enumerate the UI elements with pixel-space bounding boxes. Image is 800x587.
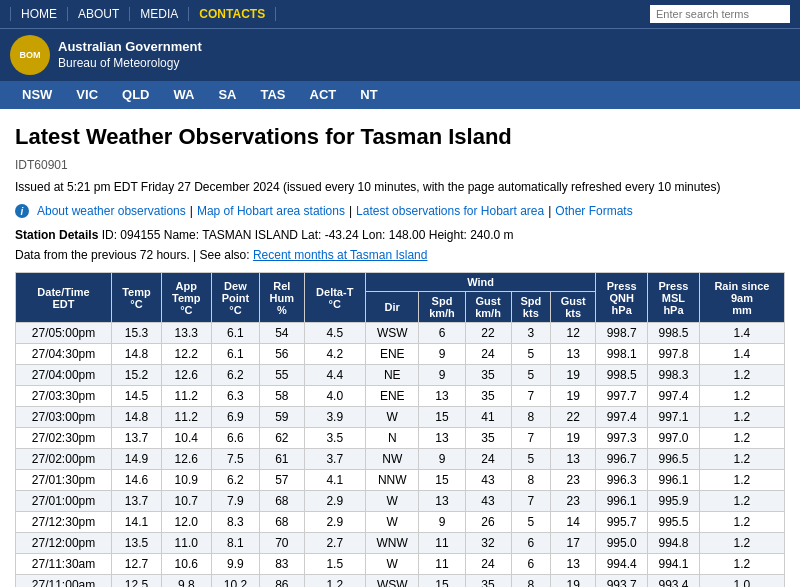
table-cell: 998.5 bbox=[648, 323, 700, 344]
table-cell: 10.7 bbox=[161, 491, 211, 512]
table-cell: 995.7 bbox=[596, 512, 648, 533]
table-cell: 4.0 bbox=[304, 386, 365, 407]
table-cell: 7.9 bbox=[211, 491, 259, 512]
top-nav-links: HOME ABOUT MEDIA CONTACTS bbox=[10, 7, 276, 21]
table-cell: 35 bbox=[465, 365, 511, 386]
table-row: 27/04:30pm14.812.26.1564.2ENE924513998.1… bbox=[16, 344, 785, 365]
table-cell: 10.6 bbox=[161, 554, 211, 575]
state-tas[interactable]: TAS bbox=[248, 81, 297, 109]
table-cell: 11.2 bbox=[161, 407, 211, 428]
table-cell: 68 bbox=[260, 512, 304, 533]
table-cell: 2.9 bbox=[304, 491, 365, 512]
link-latest-hobart[interactable]: Latest observations for Hobart area bbox=[356, 204, 544, 218]
table-cell: 995.5 bbox=[648, 512, 700, 533]
table-cell: 15 bbox=[419, 407, 465, 428]
state-act[interactable]: ACT bbox=[298, 81, 349, 109]
table-cell: 8.3 bbox=[211, 512, 259, 533]
state-wa[interactable]: WA bbox=[161, 81, 206, 109]
table-cell: 997.4 bbox=[648, 386, 700, 407]
page-title: Latest Weather Observations for Tasman I… bbox=[15, 124, 785, 150]
table-cell: 59 bbox=[260, 407, 304, 428]
table-cell: 1.2 bbox=[699, 554, 784, 575]
state-qld[interactable]: QLD bbox=[110, 81, 161, 109]
table-cell: 997.3 bbox=[596, 428, 648, 449]
table-cell: 6.2 bbox=[211, 470, 259, 491]
table-cell: 24 bbox=[465, 344, 511, 365]
link-about-obs[interactable]: About weather observations bbox=[37, 204, 186, 218]
table-cell: 61 bbox=[260, 449, 304, 470]
table-cell: W bbox=[365, 407, 419, 428]
table-cell: 83 bbox=[260, 554, 304, 575]
table-cell: 24 bbox=[465, 554, 511, 575]
table-cell: 996.3 bbox=[596, 470, 648, 491]
table-cell: 9 bbox=[419, 512, 465, 533]
table-row: 27/03:30pm14.511.26.3584.0ENE1335719997.… bbox=[16, 386, 785, 407]
table-cell: 19 bbox=[551, 365, 596, 386]
search-input[interactable] bbox=[650, 5, 790, 23]
table-cell: 11 bbox=[419, 554, 465, 575]
nav-contacts[interactable]: CONTACTS bbox=[189, 7, 276, 21]
table-cell: 14 bbox=[551, 512, 596, 533]
table-row: 27/12:00pm13.511.08.1702.7WNW1132617995.… bbox=[16, 533, 785, 554]
link-recent-months[interactable]: Recent months at Tasman Island bbox=[253, 248, 428, 262]
table-cell: 27/04:30pm bbox=[16, 344, 112, 365]
table-cell: 14.1 bbox=[112, 512, 162, 533]
table-cell: 6.3 bbox=[211, 386, 259, 407]
table-cell: 27/01:30pm bbox=[16, 470, 112, 491]
table-cell: 27/04:00pm bbox=[16, 365, 112, 386]
table-row: 27/11:00am12.59.810.2861.2WSW1535819993.… bbox=[16, 575, 785, 588]
table-cell: 24 bbox=[465, 449, 511, 470]
col-datetime: Date/TimeEDT bbox=[16, 273, 112, 323]
table-cell: NW bbox=[365, 449, 419, 470]
table-cell: 5 bbox=[511, 512, 551, 533]
table-cell: 998.3 bbox=[648, 365, 700, 386]
link-map-stations[interactable]: Map of Hobart area stations bbox=[197, 204, 345, 218]
table-cell: 3.7 bbox=[304, 449, 365, 470]
table-cell: 35 bbox=[465, 575, 511, 588]
state-nt[interactable]: NT bbox=[348, 81, 389, 109]
table-cell: 6.9 bbox=[211, 407, 259, 428]
col-wind-spd-kmh: Spdkm/h bbox=[419, 292, 465, 323]
state-sa[interactable]: SA bbox=[206, 81, 248, 109]
table-cell: 1.2 bbox=[699, 386, 784, 407]
table-cell: 17 bbox=[551, 533, 596, 554]
station-details: Station Details ID: 094155 Name: TASMAN … bbox=[15, 228, 785, 242]
table-row: 27/03:00pm14.811.26.9593.9W1541822997.49… bbox=[16, 407, 785, 428]
table-header-row-1: Date/TimeEDT Temp°C AppTemp°C DewPoint°C… bbox=[16, 273, 785, 292]
table-cell: 27/02:30pm bbox=[16, 428, 112, 449]
table-cell: 994.8 bbox=[648, 533, 700, 554]
state-nsw[interactable]: NSW bbox=[10, 81, 64, 109]
nav-media[interactable]: MEDIA bbox=[130, 7, 189, 21]
table-cell: W bbox=[365, 512, 419, 533]
table-row: 27/11:30am12.710.69.9831.5W1124613994.49… bbox=[16, 554, 785, 575]
table-cell: WSW bbox=[365, 575, 419, 588]
table-cell: 12.5 bbox=[112, 575, 162, 588]
table-cell: 27/11:00am bbox=[16, 575, 112, 588]
table-cell: 35 bbox=[465, 428, 511, 449]
table-cell: 10.4 bbox=[161, 428, 211, 449]
col-rel-hum: RelHum% bbox=[260, 273, 304, 323]
table-cell: 5 bbox=[511, 365, 551, 386]
table-cell: 3.5 bbox=[304, 428, 365, 449]
nav-home[interactable]: HOME bbox=[10, 7, 68, 21]
table-cell: 23 bbox=[551, 470, 596, 491]
state-vic[interactable]: VIC bbox=[64, 81, 110, 109]
data-note: Data from the previous 72 hours. | See a… bbox=[15, 248, 785, 262]
table-cell: 22 bbox=[551, 407, 596, 428]
table-cell: 27/03:30pm bbox=[16, 386, 112, 407]
table-cell: 2.9 bbox=[304, 512, 365, 533]
table-cell: 1.0 bbox=[699, 575, 784, 588]
table-cell: NE bbox=[365, 365, 419, 386]
table-cell: WSW bbox=[365, 323, 419, 344]
nav-about[interactable]: ABOUT bbox=[68, 7, 130, 21]
table-cell: 4.4 bbox=[304, 365, 365, 386]
table-cell: 86 bbox=[260, 575, 304, 588]
table-cell: 997.1 bbox=[648, 407, 700, 428]
table-cell: 994.4 bbox=[596, 554, 648, 575]
table-cell: 1.2 bbox=[304, 575, 365, 588]
table-row: 27/04:00pm15.212.66.2554.4NE935519998.59… bbox=[16, 365, 785, 386]
table-cell: 35 bbox=[465, 386, 511, 407]
table-cell: 15 bbox=[419, 470, 465, 491]
table-cell: 9 bbox=[419, 365, 465, 386]
link-other-formats[interactable]: Other Formats bbox=[555, 204, 632, 218]
